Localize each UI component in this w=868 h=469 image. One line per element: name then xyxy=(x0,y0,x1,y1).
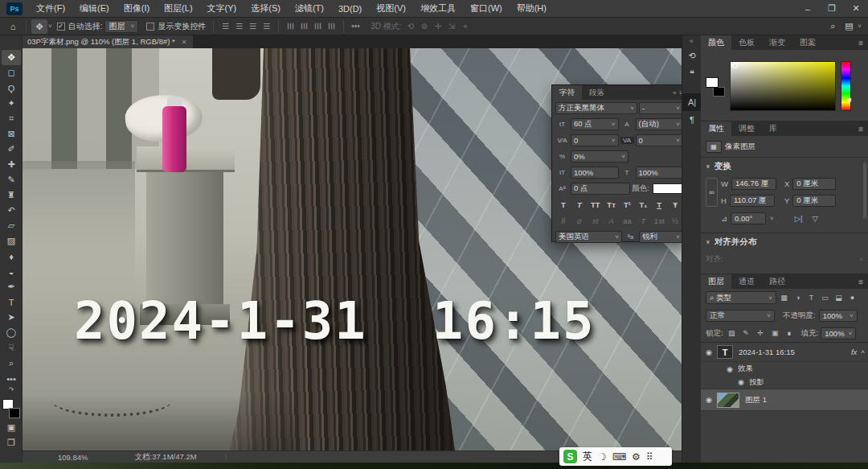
titling-alternates-button[interactable]: T xyxy=(635,216,651,225)
distribute-top-icon[interactable]: ☰ xyxy=(286,19,295,33)
baseline-shift-field[interactable]: 0 点 xyxy=(571,183,630,195)
swash-button[interactable]: A xyxy=(604,216,620,225)
align-top-icon[interactable]: ☰ xyxy=(260,22,273,31)
ime-grid-icon[interactable]: ⠿ xyxy=(646,451,653,463)
spacing-field[interactable]: 0% ˅ xyxy=(571,150,628,163)
tool-history-brush[interactable]: ↶ xyxy=(2,203,21,218)
visibility-eye-icon[interactable]: ◉ xyxy=(733,378,749,386)
document-tab[interactable]: 03P字素材.png @ 110% (图层 1, RGB/8#) * ✕ xyxy=(21,35,193,48)
drop-shadow-row[interactable]: ◉ 投影 xyxy=(701,376,868,389)
underline-button[interactable]: T xyxy=(651,200,667,209)
lock-artboard-icon[interactable]: ▣ xyxy=(769,329,781,337)
vertical-scale-field[interactable]: 100% xyxy=(571,167,619,179)
tab-close-icon[interactable]: ✕ xyxy=(182,39,187,46)
text-color-swatch[interactable] xyxy=(653,183,683,194)
minimize-button[interactable]: – xyxy=(796,0,820,18)
align-center-horizontal-icon[interactable]: ☰ xyxy=(232,22,246,31)
sogou-logo-icon[interactable]: S xyxy=(563,450,577,463)
character-panel-icon[interactable]: A| xyxy=(682,93,702,111)
stylistic-alternates-button[interactable]: aa xyxy=(620,216,636,225)
lock-transparent-icon[interactable]: ▨ xyxy=(726,329,738,337)
lock-position-icon[interactable]: ✛ xyxy=(755,329,767,337)
contextual-alternates-button[interactable]: σ xyxy=(571,216,588,225)
paragraph-panel-icon[interactable]: ¶ xyxy=(682,111,702,129)
y-field[interactable]: 0 厘米 xyxy=(792,195,836,207)
tool-dodge[interactable]: ◒ xyxy=(2,264,21,279)
menu-filter[interactable]: 滤镜(T) xyxy=(288,0,331,18)
chevron-down-icon[interactable]: ˅ xyxy=(858,23,862,30)
keyboard-icon[interactable]: ⌨ xyxy=(612,451,626,463)
tool-eraser[interactable]: ▱ xyxy=(2,218,21,233)
tool-quick-selection[interactable]: ✦ xyxy=(2,96,21,111)
tab-gradients[interactable]: 渐变 xyxy=(762,35,792,50)
distribute-bottom-icon[interactable]: ☰ xyxy=(313,19,322,33)
menu-window[interactable]: 窗口(W) xyxy=(463,0,510,18)
color-picker-handle[interactable] xyxy=(732,63,738,68)
chevron-down-icon[interactable]: ˅ xyxy=(48,23,52,30)
menu-file[interactable]: 文件(F) xyxy=(29,0,72,18)
distribute-horizontal-icon[interactable]: ☰ xyxy=(327,19,336,33)
show-transform-checkbox[interactable] xyxy=(146,23,154,31)
tool-shape[interactable]: ◯ xyxy=(2,325,21,340)
comments-panel-icon[interactable]: ❝ xyxy=(682,64,702,82)
foreground-background-swatches[interactable] xyxy=(2,399,20,418)
dock-collapse-icon[interactable]: « xyxy=(682,35,701,47)
visibility-eye-icon[interactable]: ◉ xyxy=(701,348,717,356)
all-caps-button[interactable]: TT xyxy=(588,200,604,209)
home-icon[interactable]: ⌂ xyxy=(5,22,21,31)
tool-path-selection[interactable]: ➤ xyxy=(2,310,21,325)
language-select[interactable]: 美国英语 ˅ xyxy=(555,231,622,243)
menu-plugins[interactable]: 增效工具 xyxy=(413,0,463,18)
distribute-center-icon[interactable]: ☰ xyxy=(300,19,309,33)
tool-frame[interactable]: ⊠ xyxy=(2,126,21,142)
horizontal-scale-field[interactable]: 100% xyxy=(636,167,684,179)
anti-alias-select[interactable]: 锐利 ˅ xyxy=(639,231,683,243)
visibility-eye-icon[interactable]: ◉ xyxy=(701,396,717,404)
tool-marquee[interactable]: ◻ xyxy=(2,65,21,80)
more-align-options-icon[interactable]: ••• xyxy=(349,22,362,31)
tool-zoom[interactable]: ⌕ xyxy=(2,356,21,371)
menu-image[interactable]: 图像(I) xyxy=(117,0,157,18)
filter-smart-objects-icon[interactable]: ⬓ xyxy=(833,294,845,302)
text-layer-name[interactable]: 2024-1-31 16:15 xyxy=(739,348,795,356)
visibility-eye-icon[interactable]: ◉ xyxy=(722,365,738,373)
menu-edit[interactable]: 编辑(E) xyxy=(72,0,117,18)
menu-help[interactable]: 帮助(H) xyxy=(510,0,554,18)
screen-mode-button[interactable]: ❐ xyxy=(2,435,21,450)
tool-move[interactable]: ✥ xyxy=(2,50,21,65)
tab-adjustments[interactable]: 调整 xyxy=(731,121,762,136)
workspace-icon[interactable]: ▤ xyxy=(841,21,857,31)
effects-label[interactable]: 效果 xyxy=(738,364,753,374)
tab-paths[interactable]: 路径 xyxy=(762,274,792,289)
font-family-select[interactable]: 方正美黑简体 ˅ xyxy=(555,102,637,114)
tool-gradient[interactable]: ▨ xyxy=(2,233,21,249)
lock-all-icon[interactable]: ∎ xyxy=(784,329,796,337)
drop-shadow-label[interactable]: 投影 xyxy=(749,377,764,388)
font-style-select[interactable]: - ˅ xyxy=(639,102,683,114)
auto-select-checkbox[interactable]: ✓ xyxy=(57,23,65,31)
ordinals-button[interactable]: 1st xyxy=(651,216,667,225)
tool-blur[interactable]: ♦ xyxy=(2,249,21,264)
filter-toggle-icon[interactable]: ● xyxy=(846,294,858,302)
tab-libraries[interactable]: 库 xyxy=(762,121,784,136)
filter-pixel-layers-icon[interactable]: ▦ xyxy=(778,294,790,302)
hue-slider[interactable] xyxy=(841,61,851,111)
panel-menu-icon[interactable]: ≡ xyxy=(854,274,868,289)
panel-collapse-icon[interactable]: » xyxy=(673,89,676,97)
default-swap-colors-icon[interactable]: ↷ xyxy=(9,386,14,397)
opacity-field[interactable]: 100% ˅ xyxy=(819,310,858,322)
panel-menu-icon[interactable]: ≡ xyxy=(854,121,868,136)
align-right-icon[interactable]: ☰ xyxy=(246,22,260,31)
menu-select[interactable]: 选择(S) xyxy=(244,0,288,18)
scrollbar[interactable] xyxy=(863,163,866,219)
discretionary-ligatures-button[interactable]: st xyxy=(588,216,604,225)
tool-crop[interactable]: ⌗ xyxy=(2,111,21,126)
tab-patterns[interactable]: 图案 xyxy=(792,35,823,50)
flip-vertical-icon[interactable]: ▽ xyxy=(812,214,817,223)
layer1-row[interactable]: ◉ 图层 1 xyxy=(701,389,868,411)
lock-paint-icon[interactable]: ✎ xyxy=(740,329,752,337)
layer1-name[interactable]: 图层 1 xyxy=(745,395,767,405)
tab-layers[interactable]: 图层 xyxy=(701,274,731,289)
subscript-button[interactable]: T₁ xyxy=(635,200,651,209)
color-panel-swatches[interactable] xyxy=(706,77,725,97)
